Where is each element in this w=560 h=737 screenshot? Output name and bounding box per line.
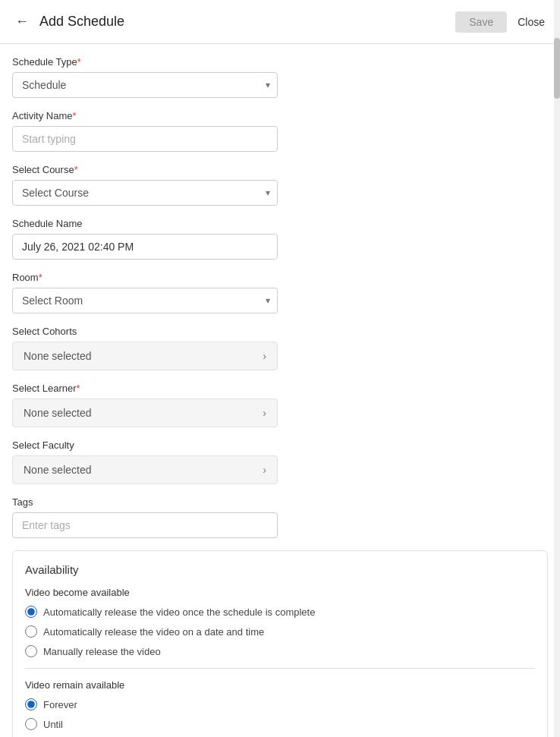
page-title: Add Schedule <box>39 14 124 30</box>
radio-until-label: Until <box>43 719 63 730</box>
select-learner-label: Select Learner* <box>12 383 548 394</box>
radio-forever-input[interactable] <box>25 698 37 710</box>
schedule-type-group: Schedule Type* Schedule Event Session ▾ <box>12 56 548 98</box>
video-remain-subsection: Video remain available Forever Until <box>25 679 535 730</box>
radio-auto-complete[interactable]: Automatically release the video once the… <box>25 606 535 618</box>
schedule-type-select[interactable]: Schedule Event Session <box>12 72 278 98</box>
radio-forever[interactable]: Forever <box>25 698 535 710</box>
select-cohorts-button[interactable]: None selected › <box>12 342 278 370</box>
activity-name-label: Activity Name* <box>12 110 548 121</box>
video-remain-label: Video remain available <box>25 679 535 691</box>
tags-label: Tags <box>12 496 548 508</box>
select-learner-button[interactable]: None selected › <box>12 398 278 427</box>
radio-manual[interactable]: Manually release the video <box>25 645 535 657</box>
select-course-wrapper: Select Course ▾ <box>12 180 278 206</box>
back-icon: ← <box>15 14 29 30</box>
scrollbar-thumb[interactable] <box>554 38 560 99</box>
divider <box>25 668 535 669</box>
video-available-label: Video become available <box>25 587 535 598</box>
select-course-label: Select Course* <box>12 164 548 175</box>
radio-manual-label: Manually release the video <box>43 646 161 657</box>
activity-name-input[interactable] <box>12 126 278 152</box>
schedule-name-input[interactable] <box>12 234 278 260</box>
select-faculty-label: Select Faculty <box>12 439 548 451</box>
radio-auto-date-label: Automatically release the video on a dat… <box>43 626 264 638</box>
room-group: Room* Select Room ▾ <box>12 272 548 313</box>
schedule-name-group: Schedule Name <box>12 218 548 260</box>
save-button[interactable]: Save <box>455 11 507 33</box>
select-faculty-group: Select Faculty None selected › <box>12 439 548 484</box>
select-course-group: Select Course* Select Course ▾ <box>12 164 548 206</box>
radio-auto-complete-label: Automatically release the video once the… <box>43 606 315 618</box>
select-cohorts-group: Select Cohorts None selected › <box>12 326 548 370</box>
radio-auto-complete-input[interactable] <box>25 606 37 618</box>
back-button[interactable]: ← <box>12 11 32 33</box>
radio-manual-input[interactable] <box>25 645 37 657</box>
tags-input[interactable] <box>12 512 278 538</box>
form-content: Schedule Type* Schedule Event Session ▾ … <box>0 44 560 737</box>
room-wrapper: Select Room ▾ <box>12 288 278 313</box>
schedule-name-label: Schedule Name <box>12 218 548 229</box>
availability-title: Availability <box>25 563 535 576</box>
select-learner-group: Select Learner* None selected › <box>12 383 548 427</box>
activity-name-group: Activity Name* <box>12 110 548 152</box>
scrollbar[interactable] <box>554 0 560 737</box>
select-learner-value: None selected <box>24 407 92 419</box>
availability-section: Availability Video become available Auto… <box>12 550 548 737</box>
radio-until-input[interactable] <box>25 718 37 730</box>
schedule-type-wrapper: Schedule Event Session ▾ <box>12 72 278 98</box>
radio-auto-date[interactable]: Automatically release the video on a dat… <box>25 625 535 638</box>
select-course-select[interactable]: Select Course <box>12 180 278 206</box>
radio-until[interactable]: Until <box>25 718 535 730</box>
room-select[interactable]: Select Room <box>12 288 278 313</box>
close-button[interactable]: Close <box>514 11 548 33</box>
radio-auto-date-input[interactable] <box>25 625 37 638</box>
header-left: ← Add Schedule <box>12 11 124 33</box>
chevron-right-icon: › <box>263 464 266 476</box>
select-cohorts-value: None selected <box>24 350 92 362</box>
chevron-right-icon: › <box>263 350 266 362</box>
page-header: ← Add Schedule Save Close <box>0 0 560 44</box>
room-label: Room* <box>12 272 548 283</box>
select-faculty-value: None selected <box>24 464 92 476</box>
video-available-radio-group: Automatically release the video once the… <box>25 606 535 657</box>
select-cohorts-label: Select Cohorts <box>12 326 548 337</box>
radio-forever-label: Forever <box>43 699 77 710</box>
schedule-type-label: Schedule Type* <box>12 56 548 68</box>
select-faculty-button[interactable]: None selected › <box>12 455 278 484</box>
header-right: Save Close <box>455 11 548 33</box>
chevron-right-icon: › <box>263 407 266 419</box>
video-available-subsection: Video become available Automatically rel… <box>25 587 535 657</box>
video-remain-radio-group: Forever Until <box>25 698 535 730</box>
tags-group: Tags <box>12 496 548 538</box>
